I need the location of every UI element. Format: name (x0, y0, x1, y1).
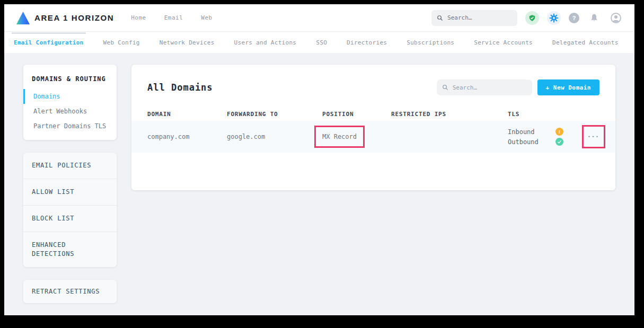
logo[interactable]: AREA 1 HORIZON (16, 11, 114, 25)
tab-network-devices[interactable]: Network Devices (157, 32, 217, 53)
warning-icon: ! (555, 128, 563, 136)
app-window: AREA 1 HORIZON Home Email Web (4, 4, 634, 315)
position-highlight-box: MX Record (314, 126, 365, 148)
tab-email-configuration[interactable]: Email Configuration (12, 32, 86, 53)
person-icon (610, 12, 622, 24)
col-header-domain: DOMAIN (147, 111, 227, 118)
gear-icon (549, 13, 559, 23)
col-header-forwarding-to: FORWARDING TO (227, 111, 322, 118)
sidebar-item-partner-domains-tls[interactable]: Partner Domains TLS (23, 119, 117, 134)
check-icon (555, 138, 563, 146)
global-search-input[interactable] (447, 14, 512, 21)
sidebar-item-alert-webhooks[interactable]: Alert Webhooks (23, 104, 117, 119)
sub-navigation: Email Configuration Web Config Network D… (4, 32, 634, 53)
all-domains-panel: All Domains + New Domain DOMAIN FORWARDI… (131, 65, 615, 190)
tls-outbound: Outbound (508, 138, 582, 146)
sidebar-item-retract-settings[interactable]: RETRACT SETTINGS (23, 280, 117, 303)
help-glyph: ? (572, 15, 576, 21)
top-nav-home[interactable]: Home (131, 14, 146, 21)
notifications-bell-icon[interactable] (587, 11, 601, 25)
col-header-tls: TLS (508, 111, 582, 118)
col-header-restricted-ips: RESTRICTED IPS (391, 111, 508, 118)
tls-outbound-label: Outbound (508, 138, 555, 146)
sidebar-item-enhanced-detections[interactable]: ENHANCED DETECTIONS (23, 232, 92, 267)
global-search[interactable] (431, 10, 517, 26)
domains-search[interactable] (437, 79, 532, 95)
cell-domain: company.com (147, 133, 227, 140)
top-nav-web[interactable]: Web (201, 14, 212, 21)
sidebar-item-allow-list[interactable]: ALLOW LIST (23, 179, 117, 206)
sidebar-item-block-list[interactable]: BLOCK LIST (23, 206, 117, 232)
sidebar-item-domains[interactable]: Domains (23, 89, 117, 104)
bell-icon (589, 13, 599, 23)
page-title: All Domains (147, 82, 213, 93)
panel-header-controls: + New Domain (437, 79, 599, 95)
col-header-position: POSITION (322, 111, 391, 118)
tab-delegated-accounts[interactable]: Delegated Accounts (550, 32, 621, 53)
domains-search-input[interactable] (453, 84, 527, 91)
more-options-icon[interactable]: ••• (588, 134, 599, 139)
top-nav-email[interactable]: Email (164, 14, 183, 21)
cell-position: MX Record (322, 133, 357, 140)
new-domain-button[interactable]: + New Domain (537, 79, 599, 95)
tab-web-config[interactable]: Web Config (101, 32, 142, 53)
tab-users-and-actions[interactable]: Users and Actions (232, 32, 299, 53)
search-icon (442, 84, 448, 91)
search-icon (437, 14, 443, 22)
tab-service-accounts[interactable]: Service Accounts (472, 32, 535, 53)
cell-forwarding-to: google.com (227, 133, 322, 140)
table-header-row: DOMAIN FORWARDING TO POSITION RESTRICTED… (131, 107, 615, 121)
top-bar-right: ? (431, 10, 623, 26)
tab-directories[interactable]: Directories (345, 32, 389, 53)
panel-header: All Domains + New Domain (131, 65, 615, 107)
logo-text: AREA 1 HORIZON (34, 13, 114, 22)
settings-gear-icon[interactable] (547, 11, 561, 25)
logo-triangle-icon (16, 11, 30, 25)
tls-inbound-label: Inbound (508, 128, 555, 136)
top-bar: AREA 1 HORIZON Home Email Web (4, 4, 634, 32)
help-icon[interactable]: ? (569, 13, 579, 23)
tls-inbound: Inbound ! (508, 128, 582, 136)
top-navigation: Home Email Web (131, 14, 213, 21)
sidebar-card-title: DOMAINS & ROUTING (23, 72, 117, 89)
shield-check-icon (528, 14, 536, 22)
table-row: company.com google.com MX Record Inbound… (131, 121, 615, 153)
sidebar-item-email-policies[interactable]: EMAIL POLICIES (23, 153, 117, 179)
row-actions-highlight-box: ••• (582, 125, 605, 148)
content-area: DOMAINS & ROUTING Domains Alert Webhooks… (4, 53, 634, 315)
sidebar-sections-card: EMAIL POLICIES ALLOW LIST BLOCK LIST ENH… (23, 153, 117, 267)
tab-sso[interactable]: SSO (314, 32, 329, 53)
sidebar-domains-routing-card: DOMAINS & ROUTING Domains Alert Webhooks… (23, 65, 117, 140)
cell-tls: Inbound ! Outbound (508, 128, 582, 146)
user-avatar-icon[interactable] (609, 11, 623, 25)
tab-subscriptions[interactable]: Subscriptions (404, 32, 456, 53)
security-shield-icon[interactable] (525, 11, 539, 25)
